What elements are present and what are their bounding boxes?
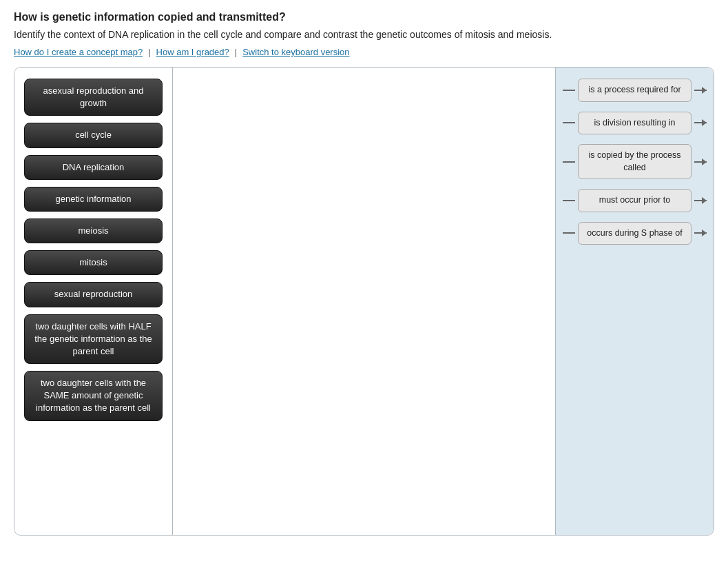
help-links-bar: How do I create a concept map? | How am …	[14, 47, 714, 57]
link-phrase-must-occur[interactable]: must occur prior to	[578, 189, 691, 212]
concept-item-two-daughter-same[interactable]: two daughter cells with the SAME amount …	[24, 371, 163, 421]
connector-right-2	[694, 122, 707, 123]
link-phrase-row-occurs-during: occurs during S phase of	[563, 222, 707, 245]
page-subtitle: Identify the context of DNA replication …	[14, 29, 714, 40]
concept-items-panel: asexual reproduction and growth cell cyc…	[14, 68, 173, 535]
drop-zone[interactable]	[173, 68, 555, 535]
keyboard-version-link[interactable]: Switch to keyboard version	[242, 47, 349, 57]
concept-item-asexual-reproduction[interactable]: asexual reproduction and growth	[24, 79, 163, 116]
connector-right-3	[694, 161, 707, 163]
connector-left-4	[563, 200, 575, 201]
concept-item-dna-replication[interactable]: DNA replication	[24, 155, 163, 180]
connector-left-5	[563, 232, 575, 234]
connector-right-1	[694, 90, 707, 91]
link-phrase-row-process-required: is a process required for	[563, 79, 707, 102]
grading-help-link[interactable]: How am I graded?	[156, 47, 229, 57]
concept-item-two-daughter-half[interactable]: two daughter cells with HALF the genetic…	[24, 314, 163, 365]
concept-item-cell-cycle[interactable]: cell cycle	[24, 123, 163, 147]
link-phrase-process-required[interactable]: is a process required for	[578, 79, 691, 102]
concept-item-mitosis[interactable]: mitosis	[24, 250, 163, 275]
link-phrase-row-must-occur: must occur prior to	[563, 189, 707, 212]
separator-1: |	[148, 47, 150, 57]
connector-left-1	[563, 90, 575, 91]
connector-left-3	[563, 161, 575, 163]
separator-2: |	[235, 47, 237, 57]
connector-right-5	[694, 232, 707, 234]
link-phrase-division-resulting[interactable]: is division resulting in	[578, 112, 691, 135]
concept-item-genetic-information[interactable]: genetic information	[24, 187, 163, 212]
connector-left-2	[563, 122, 575, 123]
link-phrase-occurs-during[interactable]: occurs during S phase of	[578, 222, 691, 245]
link-phrases-panel: is a process required for is division re…	[555, 68, 714, 535]
link-phrase-row-copied-by: is copied by the process called	[563, 144, 707, 179]
concept-item-sexual-reproduction[interactable]: sexual reproduction	[24, 282, 163, 307]
link-phrase-row-division-resulting: is division resulting in	[563, 112, 707, 135]
concept-map-help-link[interactable]: How do I create a concept map?	[14, 47, 143, 57]
page-title: How is genetic information copied and tr…	[14, 11, 714, 23]
concept-item-meiosis[interactable]: meiosis	[24, 218, 163, 243]
concept-map-container: asexual reproduction and growth cell cyc…	[14, 67, 714, 536]
connector-right-4	[694, 200, 707, 201]
link-phrase-copied-by[interactable]: is copied by the process called	[578, 144, 691, 179]
